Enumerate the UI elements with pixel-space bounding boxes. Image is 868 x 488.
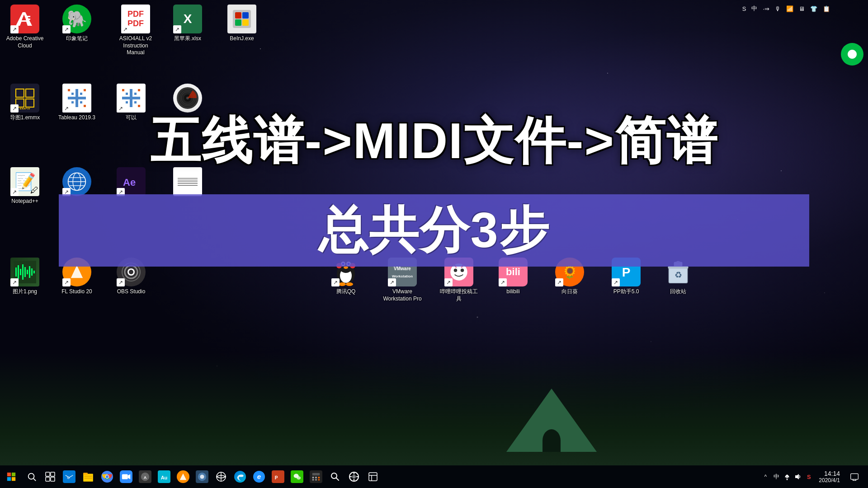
outlook-button[interactable]: O	[60, 467, 79, 486]
flstudio-shortcut	[62, 278, 71, 286]
svg-line-100	[33, 479, 36, 481]
svg-rect-142	[318, 479, 320, 481]
zoom-icon	[120, 470, 132, 483]
icon-bilibili[interactable]: bili bilibili	[493, 258, 533, 296]
calculator-button[interactable]	[307, 467, 326, 486]
icon-sunflower[interactable]: 🌻 向日葵	[549, 258, 590, 296]
svg-point-99	[28, 474, 34, 479]
svg-rect-33	[126, 101, 128, 103]
obs-image	[117, 258, 146, 286]
svg-rect-155	[851, 474, 859, 479]
display-icon[interactable]: 🖥	[797, 5, 807, 13]
svg-rect-21	[80, 93, 82, 95]
vmware-label: VMware Workstation Pro	[382, 288, 423, 302]
app5-icon	[367, 470, 379, 483]
file-explorer-button[interactable]	[79, 467, 98, 486]
svg-rect-28	[138, 89, 140, 91]
icon-tableau[interactable]: Tableau 2019.3	[57, 84, 97, 122]
svg-point-70	[342, 263, 344, 265]
wifi-icon[interactable]: 📶	[784, 5, 795, 13]
green-circle-button[interactable]	[841, 43, 863, 66]
app2-button[interactable]	[193, 467, 212, 486]
search2-button[interactable]	[326, 467, 344, 486]
ime-status[interactable]: 中	[772, 472, 781, 481]
svg-rect-26	[122, 97, 140, 99]
icon-recycle[interactable]: ♻ 回收站	[658, 258, 698, 296]
icon-notepad[interactable]: 📝 🖊 Notepad++	[5, 167, 45, 205]
notification-button[interactable]	[845, 465, 863, 488]
icon-adobe-cc[interactable]: Adobe Creative Cloud	[5, 5, 45, 49]
tableau-shortcut	[62, 104, 71, 113]
ime-icon[interactable]: 中	[750, 4, 759, 14]
icon-asio4all[interactable]: PDF ASIO4ALL v2 Instruction Manual	[111, 5, 160, 56]
clock-date: 2020/4/1	[819, 477, 840, 483]
icon-excel[interactable]: X 黑苹果.xlsx	[167, 5, 208, 42]
svg-text:O: O	[67, 476, 70, 479]
svg-rect-34	[134, 101, 137, 103]
system-clock[interactable]: 14:14 2020/4/1	[815, 470, 844, 483]
icon-evernote[interactable]: 🐘 印象笔记	[57, 5, 97, 42]
sougou-tray[interactable]: S	[804, 472, 813, 481]
icon-vmware[interactable]: VMware Workstation VMware Workstation Pr…	[382, 258, 423, 302]
svg-rect-20	[71, 93, 74, 95]
app1-button[interactable]: A	[136, 467, 155, 486]
svg-text:P: P	[622, 265, 631, 279]
svg-point-76	[346, 282, 353, 286]
sound-icon[interactable]	[793, 472, 802, 481]
icon-beinj[interactable]: BeInJ.exe	[222, 5, 262, 42]
icon-qq[interactable]: 腾讯QQ	[326, 258, 366, 296]
icon-tableau2[interactable]: 可以	[111, 84, 151, 122]
icon-flstudio[interactable]: FL Studio 20	[57, 258, 97, 296]
app3-button[interactable]	[212, 467, 231, 486]
excel-image: X	[173, 5, 202, 33]
tableau2-image	[117, 84, 146, 113]
edge-icon	[234, 470, 246, 483]
input-icon[interactable]: ·⇒	[761, 5, 771, 13]
svg-text:♻: ♻	[675, 270, 682, 280]
icon-pp[interactable]: P PP助手5.0	[606, 258, 646, 296]
svg-point-75	[339, 282, 346, 286]
icon-emmx[interactable]: EMOX 导图1.emmx	[5, 84, 45, 122]
sunflower-shortcut	[555, 278, 563, 286]
icon-obs[interactable]: OBS Studio	[111, 258, 151, 296]
svg-rect-96	[12, 473, 15, 476]
icon-browser[interactable]	[57, 167, 97, 198]
svg-text:EMOX: EMOX	[19, 107, 30, 109]
adobe-au-icon: Au	[158, 470, 170, 483]
wechat-button[interactable]	[288, 467, 307, 486]
edge-button[interactable]	[231, 467, 250, 486]
network-icon[interactable]	[783, 472, 792, 481]
taskbar-search-button[interactable]	[23, 465, 41, 488]
mic-icon[interactable]: 🎙	[773, 5, 783, 13]
svg-rect-102	[51, 472, 55, 476]
icon-biliup[interactable]: 哔哩哔哩投稿工具	[439, 258, 479, 302]
tray-expand-button[interactable]: ^	[761, 472, 770, 481]
adobe-cc-image	[10, 5, 39, 33]
svg-rect-52	[22, 264, 24, 280]
sheet-image	[173, 167, 202, 196]
task-view-button[interactable]	[41, 467, 60, 486]
zoom-button[interactable]	[117, 467, 136, 486]
tshirt-icon[interactable]: 👕	[808, 5, 819, 13]
ppt-button[interactable]: P	[269, 467, 288, 486]
icon-ae[interactable]: Ae	[111, 167, 151, 198]
icon-sheet[interactable]	[167, 167, 208, 198]
ie-button[interactable]: e	[250, 467, 269, 486]
sougou-icon[interactable]: S	[741, 5, 748, 13]
file-explorer-icon	[82, 470, 94, 483]
icon-img-png[interactable]: 图片1.png	[5, 258, 45, 296]
adobe-au-button[interactable]: Au	[155, 467, 174, 486]
icon-music[interactable]	[167, 84, 208, 114]
svg-rect-19	[84, 105, 86, 107]
app5-button[interactable]	[363, 467, 382, 486]
clipboard-icon[interactable]: 📋	[821, 5, 832, 13]
bilibili-image: bili	[499, 258, 528, 286]
asio4all-shortcut	[121, 25, 129, 33]
chrome-button[interactable]	[98, 467, 117, 486]
start-button[interactable]	[0, 465, 23, 488]
app4-button[interactable]	[344, 467, 363, 486]
tableau2-label: 可以	[126, 114, 137, 122]
flstudio-tb-button[interactable]	[174, 467, 193, 486]
img-png-label: 图片1.png	[13, 288, 37, 296]
recycle-image: ♻	[664, 258, 693, 286]
